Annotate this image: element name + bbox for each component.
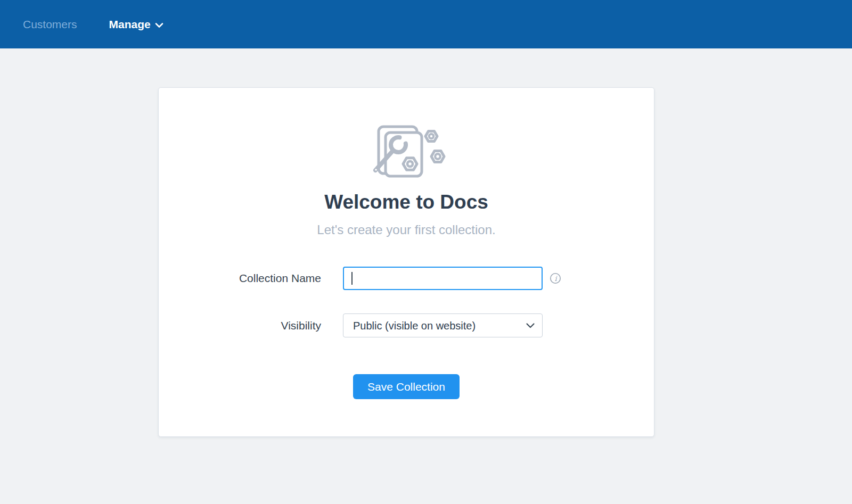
top-navbar: Customers Manage: [0, 0, 852, 48]
visibility-select-wrap: Public (visible on website): [343, 313, 543, 337]
collection-name-control: [343, 267, 543, 290]
nav-item-customers[interactable]: Customers: [23, 18, 77, 31]
docs-tools-icon: [159, 123, 654, 187]
nav-item-manage-label: Manage: [109, 18, 151, 31]
card-subtitle: Let's create your first collection.: [159, 222, 654, 238]
svg-text:i: i: [554, 275, 557, 283]
info-icon[interactable]: i: [550, 272, 561, 284]
card-title: Welcome to Docs: [159, 190, 654, 214]
nav-item-manage[interactable]: Manage: [109, 18, 163, 31]
visibility-label: Visibility: [159, 319, 321, 332]
visibility-select[interactable]: Public (visible on website): [343, 313, 543, 337]
save-collection-button[interactable]: Save Collection: [353, 374, 460, 399]
text-caret: [351, 272, 353, 285]
chevron-down-icon: [155, 22, 163, 28]
collection-name-row: Collection Name i: [159, 267, 654, 290]
main-content: Welcome to Docs Let's create your first …: [0, 87, 852, 437]
create-collection-card: Welcome to Docs Let's create your first …: [158, 87, 654, 437]
collection-name-input[interactable]: [343, 267, 543, 290]
create-collection-form: Collection Name i Visibility Public (vis: [159, 267, 654, 399]
visibility-row: Visibility Public (visible on website): [159, 313, 654, 337]
collection-name-label: Collection Name: [159, 272, 321, 285]
